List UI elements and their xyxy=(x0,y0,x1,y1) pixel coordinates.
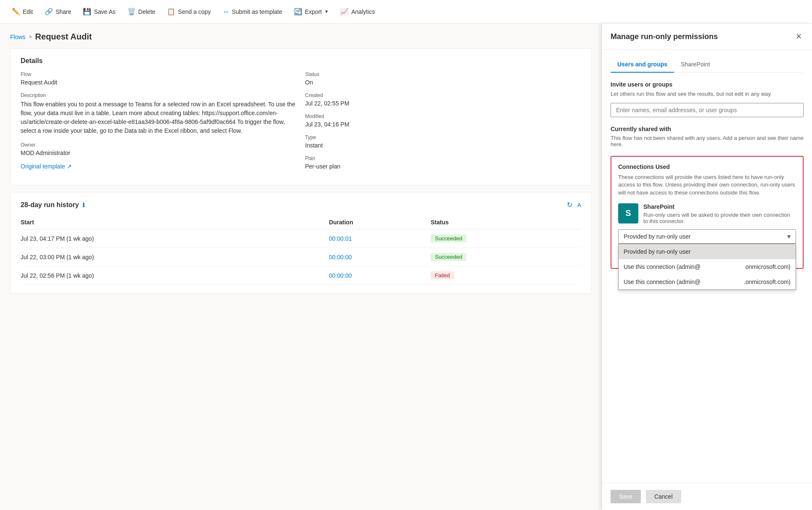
invite-section-title: Invite users or groups xyxy=(611,81,804,88)
share-button[interactable]: 🔗 Share xyxy=(40,4,76,19)
panel-header: Manage run-only permissions ✕ xyxy=(602,24,812,50)
dropdown-option-admin2-left: Use this connection (admin@ xyxy=(624,279,701,285)
plan-value: Per-user plan xyxy=(305,163,582,170)
send-copy-button[interactable]: 📋 Send a copy xyxy=(162,4,216,19)
external-link-icon: ↗ xyxy=(67,163,72,170)
invite-section-desc: Let others run this flow and see the res… xyxy=(611,90,804,98)
panel-body: Users and groups SharePoint Invite users… xyxy=(602,50,812,483)
dropdown-option-run-only[interactable]: Provided by run-only user xyxy=(619,244,796,259)
close-icon: ✕ xyxy=(796,32,802,41)
original-template-section: Original template ↗ xyxy=(21,163,297,170)
submit-template-icon: ↔️ xyxy=(222,8,229,16)
flow-value: Request Audit xyxy=(21,79,297,86)
cancel-button[interactable]: Cancel xyxy=(646,490,681,503)
page-title: Request Audit xyxy=(35,32,92,42)
left-panel: Flows > Request Audit Details Flow Reque… xyxy=(0,24,602,510)
owner-field: Owner MOD Administrator xyxy=(21,142,297,156)
flow-label: Flow xyxy=(21,71,297,77)
export-button[interactable]: ↪️ Export ▼ xyxy=(289,4,333,19)
run-start: Jul 22, 03:00 PM (1 wk ago) xyxy=(21,248,329,266)
type-value: Instant xyxy=(305,142,582,149)
owner-value: MOD Administrator xyxy=(21,150,297,156)
edit-icon: ✏️ xyxy=(12,8,20,16)
description-value: This flow enables you to post a message … xyxy=(21,100,297,135)
dropdown-option-admin1-right: onmicrosoft.com) xyxy=(746,263,791,270)
owner-label: Owner xyxy=(21,142,297,148)
status-label: Status xyxy=(305,71,582,77)
sharepoint-icon: S xyxy=(618,203,638,223)
info-icon[interactable]: ℹ xyxy=(82,202,85,208)
toolbar: ✏️ Edit 🔗 Share 💾 Save As 🗑️ Delete 📋 Se… xyxy=(0,0,812,24)
run-history-header: 28-day run history ℹ ↻ A xyxy=(21,201,581,209)
col-status: Status xyxy=(431,216,581,229)
status-badge: Failed xyxy=(431,271,454,279)
run-duration: 00:00:00 xyxy=(329,248,431,266)
details-card: Details Flow Request Audit Description T… xyxy=(10,48,592,185)
connection-dropdown-wrap: Provided by run-only user Use this conne… xyxy=(618,229,796,244)
connection-item: S SharePoint Run-only users will be aske… xyxy=(618,203,796,224)
analytics-button[interactable]: 📈 Analytics xyxy=(335,4,380,19)
analytics-icon: 📈 xyxy=(340,8,349,16)
submit-template-button[interactable]: ↔️ Submit as template xyxy=(217,5,287,19)
created-value: Jul 22, 02:55 PM xyxy=(305,100,582,107)
save-as-button[interactable]: 💾 Save As xyxy=(78,4,120,19)
dropdown-option-admin1-left: Use this connection (admin@ xyxy=(624,263,701,270)
modified-field: Modified Jul 23, 04:16 PM xyxy=(305,113,582,128)
save-button[interactable]: Save xyxy=(611,490,641,503)
panel-footer: Save Cancel xyxy=(602,483,812,510)
modified-value: Jul 23, 04:16 PM xyxy=(305,121,582,128)
refresh-icon[interactable]: ↻ xyxy=(567,201,572,209)
modified-label: Modified xyxy=(305,113,582,119)
right-panel: Manage run-only permissions ✕ Users and … xyxy=(602,24,812,510)
run-history-actions: ↻ A xyxy=(567,201,581,209)
table-row[interactable]: Jul 22, 02:56 PM (1 wk ago) 00:00:00 Fai… xyxy=(21,266,581,285)
delete-button[interactable]: 🗑️ Delete xyxy=(122,4,160,19)
breadcrumb-flows-link[interactable]: Flows xyxy=(10,34,26,40)
dropdown-option-admin1[interactable]: Use this connection (admin@ onmicrosoft.… xyxy=(619,259,796,274)
detail-right-col: Status On Created Jul 22, 02:55 PM Modif… xyxy=(305,71,582,176)
tab-sharepoint[interactable]: SharePoint xyxy=(674,57,717,73)
edit-button[interactable]: ✏️ Edit xyxy=(7,4,38,19)
send-copy-icon: 📋 xyxy=(167,8,175,16)
run-history-table: Start Duration Status Jul 23, 04:17 PM (… xyxy=(21,216,581,285)
dropdown-open-menu: Provided by run-only user Use this conne… xyxy=(618,244,796,290)
run-status: Failed xyxy=(431,266,581,285)
save-as-icon: 💾 xyxy=(83,8,91,16)
run-status: Succeeded xyxy=(431,229,581,248)
run-history-title: 28-day run history ℹ xyxy=(21,201,85,209)
tabs-container: Users and groups SharePoint xyxy=(611,57,804,73)
close-button[interactable]: ✕ xyxy=(794,30,804,43)
connection-dropdown[interactable]: Provided by run-only user Use this conne… xyxy=(618,229,796,244)
flow-field: Flow Request Audit xyxy=(21,71,297,86)
description-field: Description This flow enables you to pos… xyxy=(21,92,297,135)
tab-users-groups[interactable]: Users and groups xyxy=(611,57,674,73)
currently-shared-title: Currently shared with xyxy=(611,126,804,132)
connection-desc: Run-only users will be asked to provide … xyxy=(643,212,796,224)
all-runs-label[interactable]: A xyxy=(577,202,581,208)
details-grid: Flow Request Audit Description This flow… xyxy=(21,71,581,176)
type-label: Type xyxy=(305,134,582,140)
table-row[interactable]: Jul 22, 03:00 PM (1 wk ago) 00:00:00 Suc… xyxy=(21,248,581,266)
breadcrumb-separator: > xyxy=(29,34,32,40)
connection-name: SharePoint xyxy=(643,203,796,210)
status-badge: Succeeded xyxy=(431,253,466,261)
original-template-link[interactable]: Original template ↗ xyxy=(21,163,297,170)
run-start: Jul 23, 04:17 PM (1 wk ago) xyxy=(21,229,329,248)
status-field: Status On xyxy=(305,71,582,86)
dropdown-option-admin2-right: .onmicrosoft.com) xyxy=(744,279,791,285)
plan-field: Plan Per-user plan xyxy=(305,155,582,170)
run-duration: 00:00:01 xyxy=(329,229,431,248)
table-row[interactable]: Jul 23, 04:17 PM (1 wk ago) 00:00:01 Suc… xyxy=(21,229,581,248)
panel-title: Manage run-only permissions xyxy=(611,32,718,41)
currently-shared-desc: This flow has not been shared with any u… xyxy=(611,135,804,147)
run-duration: 00:00:00 xyxy=(329,266,431,285)
share-icon: 🔗 xyxy=(45,8,53,16)
dropdown-option-admin2[interactable]: Use this connection (admin@ .onmicrosoft… xyxy=(619,274,796,289)
invite-input[interactable] xyxy=(611,103,804,117)
col-duration: Duration xyxy=(329,216,431,229)
type-field: Type Instant xyxy=(305,134,582,149)
main-layout: Flows > Request Audit Details Flow Reque… xyxy=(0,24,812,510)
connection-info: SharePoint Run-only users will be asked … xyxy=(643,203,796,224)
run-status: Succeeded xyxy=(431,248,581,266)
run-start: Jul 22, 02:56 PM (1 wk ago) xyxy=(21,266,329,285)
